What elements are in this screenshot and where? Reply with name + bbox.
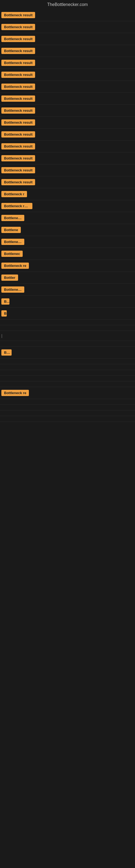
list-item: Bo	[0, 296, 135, 308]
list-item: Bottleneck result	[0, 81, 135, 93]
list-item	[0, 325, 135, 331]
list-item: Bottleneck result	[0, 93, 135, 105]
list-item	[0, 376, 135, 381]
list-item: Bottleneck result	[0, 105, 135, 117]
bottleneck-badge[interactable]: Bottleneck r	[1, 191, 27, 197]
bottleneck-badge[interactable]: Bottleneck result	[1, 167, 35, 173]
bottleneck-badge[interactable]: Bottleneck	[1, 239, 24, 245]
bottleneck-badge[interactable]: Bottleneck result	[1, 48, 35, 54]
list-item	[0, 319, 135, 325]
bottleneck-badge[interactable]: Bottleneck result	[1, 84, 35, 90]
list-item	[0, 364, 135, 370]
list-item: Bottleneck result	[0, 141, 135, 152]
list-item: B	[0, 308, 135, 319]
list-item: Bottler	[0, 272, 135, 284]
bottleneck-badge[interactable]: Bottleneck	[1, 215, 24, 221]
list-item: Bottleneck result	[0, 164, 135, 176]
bottleneck-badge[interactable]: Bottler	[1, 275, 18, 281]
bottleneck-badge[interactable]: Bottleneck result	[1, 12, 35, 18]
bottleneck-badge[interactable]: Bottleneck result	[1, 179, 35, 185]
bottleneck-badge[interactable]: Bottleneck result	[1, 36, 35, 42]
list-item: Bottleneck resu	[0, 200, 135, 212]
bottleneck-badge[interactable]: Bottleneck result	[1, 155, 35, 161]
list-item: Bottleneck result	[0, 152, 135, 164]
bottleneck-badge[interactable]: Bottleneck result	[1, 95, 35, 102]
bottleneck-badge[interactable]: Bottlenec	[1, 251, 23, 257]
list-item	[0, 405, 135, 410]
bottleneck-badge[interactable]: Bo	[1, 299, 9, 305]
bottleneck-badge[interactable]: Bottleneck result	[1, 119, 35, 126]
bottleneck-badge[interactable]: B	[1, 310, 7, 316]
list-item: Bottleneck result	[0, 9, 135, 21]
separator: |	[1, 334, 2, 338]
list-item: |	[0, 331, 135, 341]
bottleneck-badge[interactable]: Bottleneck result	[1, 60, 35, 66]
list-item: Bottleneck result	[0, 69, 135, 81]
list-item: Bottleneck	[0, 212, 135, 224]
bottleneck-badge[interactable]: Bottleneck	[1, 286, 24, 293]
bottleneck-badge[interactable]: Bottleneck result	[1, 24, 35, 30]
list-item	[0, 381, 135, 387]
bottleneck-badge[interactable]: Bottleneck resu	[1, 203, 32, 209]
list-item: Bottleneck result	[0, 129, 135, 141]
list-item	[0, 410, 135, 416]
bottleneck-badge[interactable]: Bottleneck re	[1, 390, 29, 396]
list-item	[0, 416, 135, 422]
list-item: Bottlenec	[0, 248, 135, 260]
site-title: TheBottlenecker.com	[0, 0, 135, 9]
list-item: Bottleneck result	[0, 57, 135, 69]
bottleneck-badge[interactable]: Bottleneck result	[1, 143, 35, 150]
list-item: Bottleneck re	[0, 387, 135, 399]
bottleneck-badge[interactable]: Bottleneck result	[1, 72, 35, 78]
list-item	[0, 359, 135, 364]
list-item	[0, 341, 135, 347]
list-item: Bottleneck result	[0, 33, 135, 45]
list-item: Bottleneck	[0, 284, 135, 296]
list-item: Bottleneck result	[0, 45, 135, 57]
list-item	[0, 370, 135, 376]
list-item: Bottleneck re	[0, 260, 135, 272]
bottleneck-badge[interactable]: Bottleneck result	[1, 107, 35, 114]
bottleneck-badge[interactable]: Bottlene	[1, 227, 21, 233]
list-item: Bottleneck	[0, 236, 135, 248]
list-item: Bottleneck result	[0, 21, 135, 33]
list-item: Bottlene	[0, 224, 135, 236]
list-item: Bottleneck r	[0, 188, 135, 200]
list-item: Bottleneck result	[0, 176, 135, 188]
bottleneck-badge[interactable]: Bot	[1, 349, 12, 355]
list-item: Bot	[0, 347, 135, 359]
bottleneck-badge[interactable]: Bottleneck result	[1, 131, 35, 137]
site-title-text: TheBottlenecker.com	[47, 2, 88, 7]
list-item	[0, 399, 135, 405]
list-item: Bottleneck result	[0, 117, 135, 129]
bottleneck-badge[interactable]: Bottleneck re	[1, 262, 29, 269]
